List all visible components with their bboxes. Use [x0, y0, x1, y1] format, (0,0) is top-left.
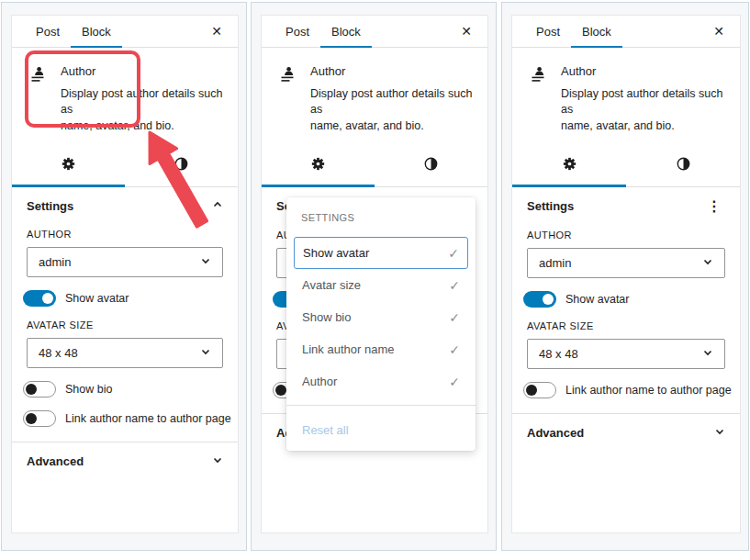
tab-settings-gear[interactable]: [12, 146, 125, 186]
advanced-title: Advanced: [527, 426, 584, 440]
author-select[interactable]: admin: [527, 248, 725, 278]
menu-item-show-avatar[interactable]: Show avatar ✓: [294, 237, 468, 269]
chevron-down-icon[interactable]: [714, 426, 725, 440]
chevron-down-icon: [200, 346, 211, 360]
menu-item-label: Link author name: [302, 342, 394, 356]
tab-post[interactable]: Post: [25, 16, 71, 47]
show-bio-toggle[interactable]: [23, 381, 56, 398]
sidebar-screenshot-3: Post Block ✕ Author Display post author …: [501, 2, 749, 551]
avatar-size-select-value: 48 x 48: [539, 347, 578, 361]
menu-item-show-bio[interactable]: Show bio ✓: [294, 301, 468, 333]
check-icon: ✓: [449, 278, 460, 293]
check-icon: ✓: [449, 342, 460, 357]
link-author-toggle-row[interactable]: Link author name to author page: [23, 410, 223, 427]
tab-styles[interactable]: [626, 146, 740, 186]
show-avatar-toggle-row[interactable]: Show avatar: [523, 291, 725, 308]
block-description: Display post author details such as name…: [310, 86, 473, 134]
block-description: Display post author details such as name…: [561, 86, 725, 134]
advanced-section-header[interactable]: Advanced: [512, 414, 740, 452]
author-block-icon: [276, 64, 298, 134]
menu-item-label: Avatar size: [302, 278, 361, 292]
gear-icon: [308, 154, 328, 177]
sidebar-screenshot-1: Post Block ✕ Author Display post author …: [1, 2, 247, 551]
link-author-label: Link author name to author page: [65, 412, 231, 425]
check-icon: ✓: [449, 310, 460, 325]
styles-half-circle-icon: [674, 154, 693, 177]
block-card: Author Display post author details such …: [262, 48, 487, 146]
avatar-size-select[interactable]: 48 x 48: [27, 338, 223, 368]
check-icon: ✓: [448, 246, 459, 261]
author-field-label: AUTHOR: [27, 229, 223, 240]
block-title: Author: [561, 64, 725, 78]
tab-settings-gear[interactable]: [512, 146, 626, 186]
author-field-label: AUTHOR: [527, 230, 725, 241]
menu-item-avatar-size[interactable]: Avatar size ✓: [294, 269, 468, 301]
block-card: Author Display post author details such …: [512, 48, 740, 146]
block-card-text: Author Display post author details such …: [61, 62, 223, 134]
inspector-tabs: Post Block ✕: [12, 16, 238, 48]
settings-visibility-menu: SETTINGS Show avatar ✓ Avatar size ✓ Sho…: [286, 197, 476, 451]
menu-item-label: Show bio: [302, 310, 351, 324]
tab-block[interactable]: Block: [71, 16, 122, 47]
menu-item-label: Show avatar: [303, 246, 369, 260]
show-avatar-toggle[interactable]: [23, 290, 56, 307]
inspector-tabs: Post Block ✕: [262, 16, 487, 48]
show-avatar-label: Show avatar: [65, 292, 129, 305]
settings-title: Settings: [27, 199, 73, 213]
advanced-section-header[interactable]: Advanced: [12, 442, 238, 480]
show-bio-toggle-row[interactable]: Show bio: [23, 381, 223, 398]
menu-item-label: Author: [302, 375, 337, 388]
avatar-size-select-value: 48 x 48: [39, 346, 78, 360]
settings-section-header[interactable]: Settings: [12, 187, 238, 225]
author-select-value: admin: [39, 255, 71, 269]
link-author-toggle[interactable]: [23, 410, 56, 427]
tab-post[interactable]: Post: [525, 16, 571, 47]
author-select[interactable]: admin: [27, 247, 223, 277]
chevron-down-icon: [200, 255, 211, 269]
check-icon: ✓: [449, 375, 460, 389]
inspector-tabs: Post Block ✕: [512, 16, 740, 48]
block-title: Author: [61, 64, 223, 78]
avatar-size-select[interactable]: 48 x 48: [527, 339, 725, 369]
inspector-view-tabs: [12, 146, 238, 187]
close-icon[interactable]: ✕: [445, 16, 487, 47]
close-icon[interactable]: ✕: [698, 16, 740, 47]
close-icon[interactable]: ✕: [196, 16, 238, 47]
chevron-up-icon[interactable]: [212, 199, 223, 213]
show-avatar-toggle-row[interactable]: Show avatar: [23, 290, 223, 307]
block-card: Author Display post author details such …: [12, 48, 238, 146]
tab-block[interactable]: Block: [571, 16, 622, 47]
chevron-down-icon[interactable]: [212, 454, 223, 468]
author-select-value: admin: [539, 256, 571, 270]
sidebar-screenshot-2: Post Block ✕ Author Display post author …: [251, 2, 497, 551]
menu-item-author[interactable]: Author ✓: [294, 365, 468, 398]
gear-icon: [560, 154, 579, 177]
link-author-toggle-row[interactable]: Link author name to author page: [523, 382, 725, 398]
advanced-title: Advanced: [27, 454, 84, 468]
author-block-icon: [27, 64, 49, 134]
tab-settings-gear[interactable]: [262, 146, 375, 186]
settings-title: Settings: [527, 199, 574, 213]
menu-divider: [286, 405, 476, 406]
reset-all-button[interactable]: Reset all: [294, 413, 468, 443]
show-avatar-toggle[interactable]: [523, 291, 556, 308]
inspector-view-tabs: [512, 146, 740, 187]
link-author-label: Link author name to author page: [565, 384, 732, 397]
menu-item-link-author-name[interactable]: Link author name ✓: [294, 333, 468, 365]
chevron-down-icon: [702, 256, 713, 270]
settings-options-ellipsis-icon[interactable]: ⋮: [703, 199, 725, 214]
block-title: Author: [310, 64, 473, 78]
tab-block[interactable]: Block: [320, 16, 372, 47]
tab-post[interactable]: Post: [274, 16, 320, 47]
menu-header: SETTINGS: [294, 205, 468, 237]
block-inspector-panel: Post Block ✕ Author Display post author …: [511, 15, 741, 533]
link-author-toggle[interactable]: [523, 382, 556, 398]
show-avatar-label: Show avatar: [565, 293, 629, 306]
gear-icon: [59, 154, 78, 177]
block-card-text: Author Display post author details such …: [561, 62, 725, 134]
tab-styles[interactable]: [375, 146, 487, 186]
inspector-view-tabs: [262, 146, 487, 187]
tab-styles[interactable]: [125, 146, 238, 186]
block-description: Display post author details such as name…: [61, 86, 223, 134]
block-inspector-panel: Post Block ✕ Author Display post author …: [11, 15, 239, 533]
